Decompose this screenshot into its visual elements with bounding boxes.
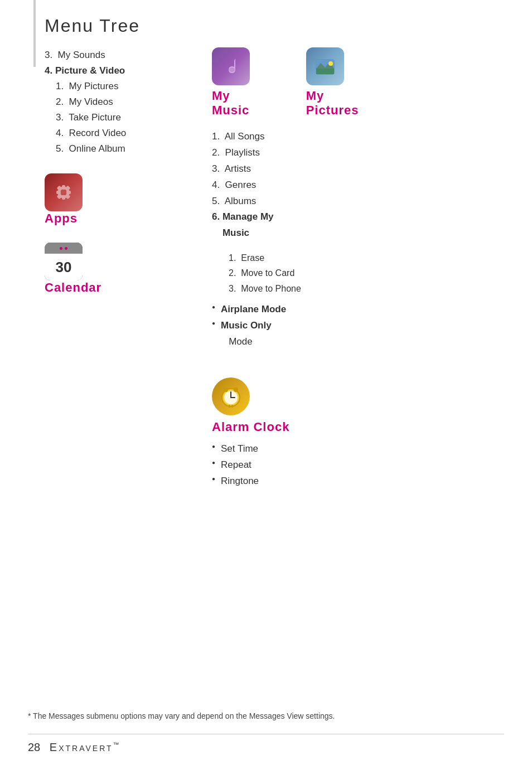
my-pictures-icon: [306, 47, 344, 85]
svg-rect-10: [219, 54, 243, 79]
bullet-item-music-only: Music Only Mode: [212, 318, 368, 350]
list-item: 2. Move to Card: [229, 265, 368, 280]
list-item: 1. Erase: [229, 250, 368, 265]
apps-label: Apps: [45, 211, 201, 226]
svg-point-24: [234, 388, 238, 392]
footer-note: * The Messages submenu options may vary …: [28, 711, 504, 720]
list-item-bold: 4. Picture & Video: [45, 63, 201, 79]
page-footer: 28 Extravert™: [28, 734, 504, 754]
apps-icon-svg: [52, 181, 75, 204]
svg-rect-16: [316, 69, 334, 74]
my-music-icon: [212, 47, 250, 85]
alarm-clock-icon: [212, 377, 250, 415]
calendar-number: 30: [56, 259, 72, 276]
trademark-symbol: ™: [113, 741, 121, 748]
bullet-item-repeat: Repeat: [212, 457, 368, 473]
list-item: 4. Genres: [212, 177, 368, 193]
list-item: 4. Record Video: [45, 125, 201, 141]
page-header: Menu Tree: [0, 0, 532, 47]
list-item: 2. Playlists: [212, 145, 368, 161]
list-item: 3. My Sounds: [45, 47, 201, 63]
calendar-icon-top: [45, 243, 83, 254]
calendar-number-area: 30: [45, 254, 83, 280]
my-pictures-label: My Pictures: [306, 89, 368, 118]
svg-rect-4: [56, 191, 61, 194]
pictures-icon-svg: [313, 54, 337, 79]
svg-rect-25: [229, 405, 230, 408]
left-border-accent: [33, 0, 36, 67]
left-column: 3. My Sounds 4. Picture & Video 1. My Pi…: [45, 47, 201, 498]
calendar-icon: 30: [45, 243, 83, 280]
list-item: 3. Artists: [212, 161, 368, 177]
calendar-dot: [60, 247, 62, 250]
footer-note-text: * The Messages submenu options may vary …: [28, 711, 335, 720]
svg-rect-26: [231, 405, 233, 408]
page-number: 28: [28, 741, 40, 754]
apps-icon: [45, 173, 83, 211]
bullet-item-set-time: Set Time: [212, 441, 368, 457]
my-music-list: 1. All Songs 2. Playlists 3. Artists 4. …: [212, 129, 368, 241]
svg-point-17: [328, 61, 333, 66]
svg-point-11: [229, 67, 235, 72]
list-item: 3. Move to Phone: [229, 281, 368, 296]
brand-name: Extravert™: [45, 741, 120, 754]
calendar-label: Calendar: [45, 280, 201, 295]
alarm-clock-icon-svg: [218, 384, 244, 409]
left-top-list: 3. My Sounds 4. Picture & Video 1. My Pi…: [45, 47, 201, 157]
alarm-clock-section: Alarm Clock Set Time Repeat Ringtone: [212, 377, 368, 490]
svg-point-23: [224, 388, 228, 392]
list-item: 5. Online Album: [45, 141, 201, 157]
brand-text: Extravert: [50, 741, 113, 753]
bullet-item-airplane: Airplane Mode: [212, 302, 368, 318]
list-item: 5. Albums: [212, 193, 368, 210]
music-bullet-list: Airplane Mode Music Only Mode: [212, 302, 368, 350]
calendar-dot: [65, 247, 67, 250]
list-item-bold: 6. Manage My Music: [212, 209, 368, 241]
page-container: Menu Tree 3. My Sounds 4. Picture & Vide…: [0, 0, 532, 765]
calendar-section: 30 Calendar: [45, 243, 201, 295]
svg-point-1: [60, 189, 67, 196]
list-item: 1. All Songs: [212, 129, 368, 145]
content-wrapper: 3. My Sounds 4. Picture & Video 1. My Pi…: [0, 47, 532, 498]
my-pictures-icon-area: My Pictures: [306, 47, 368, 124]
my-music-label: My Music: [212, 89, 262, 118]
svg-rect-3: [62, 195, 65, 200]
middle-column: My Music: [201, 47, 368, 498]
calendar-dots: [60, 247, 67, 250]
music-note-icon: [219, 54, 243, 79]
alarm-clock-bullet-list: Set Time Repeat Ringtone: [212, 441, 368, 490]
bullet-item-ringtone: Ringtone: [212, 473, 368, 490]
apps-section: Apps: [45, 173, 201, 226]
list-item: 3. Take Picture: [45, 110, 201, 125]
svg-rect-5: [66, 191, 71, 194]
alarm-clock-label: Alarm Clock: [212, 420, 368, 434]
my-music-icon-area: My Music: [212, 47, 262, 124]
list-item: 2. My Videos: [45, 94, 201, 110]
page-title: Menu Tree: [45, 16, 532, 36]
manage-music-sub-list: 1. Erase 2. Move to Card 3. Move to Phon…: [212, 250, 368, 296]
list-item: 1. My Pictures: [45, 79, 201, 94]
svg-rect-2: [62, 185, 65, 190]
